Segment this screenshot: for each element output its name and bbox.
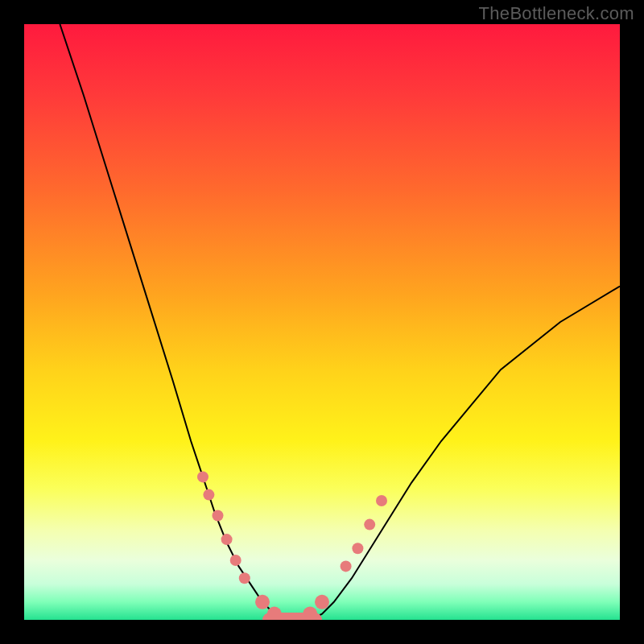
- bottleneck-curve-svg: [24, 24, 620, 620]
- curve-marker: [341, 560, 352, 572]
- chart-frame: TheBottleneck.com: [0, 0, 644, 644]
- bottleneck-curve-path: [60, 24, 620, 620]
- curve-marker: [197, 471, 208, 482]
- curve-marker: [221, 534, 233, 545]
- curve-marker: [315, 595, 329, 609]
- curve-markers: [197, 471, 387, 620]
- curve-marker: [203, 489, 214, 501]
- curve-marker: [213, 510, 224, 522]
- curve-marker: [239, 572, 250, 584]
- watermark-text: TheBottleneck.com: [479, 3, 634, 24]
- curve-marker: [364, 519, 375, 530]
- curve-marker-capsule: [262, 613, 322, 620]
- curve-marker: [352, 543, 363, 554]
- curve-marker: [255, 595, 270, 609]
- curve-marker: [230, 555, 242, 566]
- curve-marker: [376, 495, 387, 506]
